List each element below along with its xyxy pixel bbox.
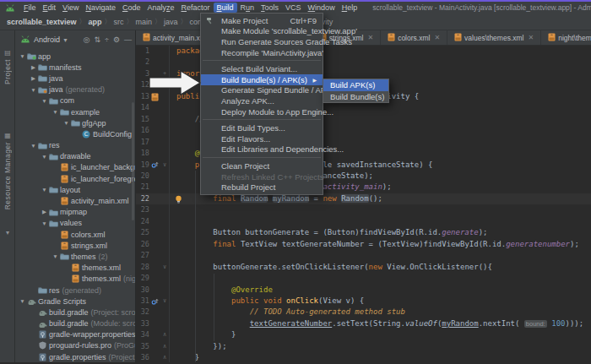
chevron-right-icon[interactable]: ▶ bbox=[41, 209, 48, 215]
settings-icon[interactable]: ⚙ bbox=[113, 35, 120, 44]
fold-marker-icon[interactable]: ∨ bbox=[160, 296, 169, 307]
code-line[interactable]: 36∧ } bbox=[136, 352, 591, 362]
tool-window-button-project[interactable]: ▤Project bbox=[0, 49, 15, 84]
overriding-method-icon[interactable] bbox=[149, 297, 160, 306]
menu-item-make-module-scrollable-textview-app[interactable]: Make Module 'scrollable_textview.app' bbox=[201, 26, 323, 37]
tree-item-activity-main-xml[interactable]: activity_main.xml bbox=[15, 195, 135, 206]
menu-item-generate-signed-bundle-apk[interactable]: Generate Signed Bundle / APK... bbox=[201, 85, 323, 96]
chevron-right-icon[interactable]: ▶ bbox=[30, 64, 37, 71]
menu-item-edit-build-types[interactable]: Edit Build Types... bbox=[201, 122, 323, 133]
tab-colors-xml[interactable]: colors.xml✕ bbox=[381, 30, 447, 45]
submenu-item-build-apk-s[interactable]: Build APK(s) bbox=[323, 79, 388, 91]
menu-item-edit-flavors[interactable]: Edit Flavors... bbox=[201, 133, 323, 144]
menubar-item-help[interactable]: Help bbox=[339, 3, 361, 13]
tree-item-build-gradle-module-scrollable-textview-app[interactable]: build.gradle(Module: scrollable_textview… bbox=[15, 318, 135, 329]
menu-item-run-generate-sources-gradle-tasks[interactable]: Run Generate Sources Gradle Tasks bbox=[201, 36, 323, 47]
fold-marker-icon[interactable]: ∧ bbox=[160, 329, 169, 340]
tree-item-strings-xml[interactable]: strings.xml bbox=[15, 240, 135, 251]
tree-item-themes-xml[interactable]: themes.xml bbox=[15, 263, 135, 274]
tree-item-colors-xml[interactable]: colors.xml bbox=[15, 229, 135, 240]
tree-item-build-gradle-project-scrollable-textview[interactable]: build.gradle(Project: scrollable_textvie… bbox=[15, 307, 135, 318]
menu-item-deploy-module-to-app-engine[interactable]: Deploy Module to App Engine... bbox=[201, 106, 323, 117]
tree-item-layout[interactable]: ▼layout bbox=[15, 184, 135, 195]
close-tab-icon[interactable]: ✕ bbox=[434, 34, 440, 41]
menu-item-edit-libraries-and-dependencies[interactable]: Edit Libraries and Dependencies... bbox=[201, 144, 323, 155]
code-line[interactable]: 33 textGenerateNumber.setText(String.val… bbox=[136, 318, 591, 329]
tree-item-app[interactable]: ▼app bbox=[15, 51, 135, 62]
chevron-down-icon[interactable]: ▼ bbox=[41, 154, 48, 160]
menu-item-recompile-mainactivity-java[interactable]: Recompile 'MainActivity.java' bbox=[201, 47, 323, 58]
code-line[interactable]: 24 bbox=[136, 216, 591, 227]
menubar-item-view[interactable]: View bbox=[59, 3, 82, 13]
tree-item-drawable[interactable]: ▼drawable bbox=[15, 151, 135, 162]
code-line[interactable]: 29 bbox=[136, 273, 591, 284]
fold-marker-icon[interactable]: ∧ bbox=[160, 341, 169, 352]
breadcrumb-item-java[interactable]: java bbox=[164, 18, 178, 26]
menubar-item-vcs[interactable]: VCS bbox=[282, 3, 305, 13]
menu-item-rebuild-project[interactable]: Rebuild Project bbox=[201, 182, 323, 193]
expand-all-icon[interactable]: ⇅ bbox=[94, 35, 100, 44]
code-line[interactable]: 22 final Random myRandom = new Random(); bbox=[136, 193, 591, 204]
menubar-item-refactor[interactable]: Refactor bbox=[178, 3, 214, 13]
tree-item-gradle-scripts[interactable]: ▼Gradle Scripts bbox=[15, 296, 135, 307]
tree-item-themes-xml-night[interactable]: themes.xml(night) bbox=[15, 274, 135, 285]
menubar-item-analyze[interactable]: Analyze bbox=[144, 3, 177, 13]
menubar-item-file[interactable]: File bbox=[20, 3, 40, 13]
tab-values-themes-xml[interactable]: values\themes.xml✕ bbox=[447, 30, 541, 45]
chevron-down-icon[interactable]: ▼ bbox=[19, 53, 26, 59]
code-line[interactable]: 32 // TODO Auto-generated method stub bbox=[136, 307, 591, 318]
breadcrumb-item-src[interactable]: src bbox=[114, 18, 124, 26]
submenu-item-build-bundle-s[interactable]: Build Bundle(s) bbox=[323, 91, 388, 103]
menu-item-make-project[interactable]: Make ProjectCtrl+F9 bbox=[201, 15, 323, 26]
tree-item-com[interactable]: ▼com bbox=[15, 95, 135, 106]
fold-marker-icon[interactable]: ∨ bbox=[160, 160, 169, 171]
chevron-down-icon[interactable]: ▼ bbox=[19, 298, 26, 304]
tree-item-themes-2[interactable]: ▼themes(2) bbox=[15, 251, 135, 262]
breadcrumb-item-scrollable-textview[interactable]: scrollable_textview bbox=[7, 18, 77, 26]
tab-night-themes-xml[interactable]: night\themes.xml✕ bbox=[541, 30, 591, 45]
chevron-down-icon[interactable]: ▼ bbox=[30, 143, 37, 149]
menubar-item-code[interactable]: Code bbox=[119, 3, 144, 13]
chevron-down-icon[interactable]: ▼ bbox=[52, 253, 59, 259]
menu-item-select-build-variant[interactable]: Select Build Variant... bbox=[201, 63, 323, 74]
code-line[interactable]: 23 bbox=[136, 204, 591, 215]
menubar-item-edit[interactable]: Edit bbox=[40, 3, 60, 13]
chevron-down-icon[interactable]: ▼ bbox=[52, 109, 59, 115]
code-line[interactable]: 35∧ }); bbox=[136, 341, 591, 352]
tree-item-java-generated[interactable]: ▼java(generated) bbox=[15, 84, 135, 95]
chevron-down-icon[interactable]: ▼ bbox=[62, 120, 70, 126]
tree-item-proguard-rules-pro-proguard-rules-for-scrollable-textview[interactable]: proguard-rules.pro(ProGuard Rules for "s… bbox=[15, 340, 135, 351]
breadcrumb-item-app[interactable]: app bbox=[89, 18, 102, 26]
overriding-method-icon[interactable] bbox=[149, 160, 160, 169]
fold-marker-icon[interactable]: ∨ bbox=[160, 262, 169, 273]
menu-item-clean-project[interactable]: Clean Project bbox=[201, 160, 323, 171]
menubar-item-navigate[interactable]: Navigate bbox=[82, 3, 119, 13]
code-line[interactable]: 26 final TextView textGenerateNumber = (… bbox=[136, 239, 591, 250]
tree-item-ic-launcher-background-xml[interactable]: ic_launcher_background.xml bbox=[15, 162, 135, 173]
chevron-down-icon[interactable]: ▼ bbox=[62, 37, 68, 43]
code-line[interactable]: 30 @Override bbox=[136, 285, 591, 296]
close-tab-icon[interactable]: ✕ bbox=[367, 34, 373, 41]
close-tab-icon[interactable]: ✕ bbox=[528, 34, 534, 41]
tree-item-mipmap[interactable]: ▶mipmap bbox=[15, 207, 135, 218]
menubar-item-build[interactable]: Build bbox=[214, 3, 237, 13]
menubar-item-tools[interactable]: Tools bbox=[258, 3, 282, 13]
tool-window-button-resource-manager[interactable]: ▦Resource Manager bbox=[0, 132, 15, 209]
breadcrumb-item-main[interactable]: main bbox=[136, 18, 153, 26]
menu-item-analyze-apk[interactable]: Analyze APK... bbox=[201, 95, 323, 106]
code-line[interactable]: 34∧ } bbox=[136, 329, 591, 340]
tree-item-manifests[interactable]: ▶manifests bbox=[15, 62, 135, 73]
code-line[interactable]: 28∨ buttonGenerate.setOnClickListener(ne… bbox=[136, 262, 591, 273]
tree-item-res[interactable]: ▼res bbox=[15, 140, 135, 151]
intention-lightbulb-icon[interactable] bbox=[175, 195, 182, 204]
favorites-icon[interactable]: ▾ bbox=[0, 229, 15, 236]
select-opened-file-icon[interactable]: ◎ bbox=[84, 35, 90, 44]
tree-item-example[interactable]: ▼example bbox=[15, 106, 135, 117]
project-view-selector[interactable]: Android bbox=[34, 35, 60, 44]
collapse-all-icon[interactable]: ÷ bbox=[105, 35, 109, 44]
tree-item-values[interactable]: ▼values bbox=[15, 218, 135, 229]
tree-item-gfgapp[interactable]: ▼gfgApp bbox=[15, 117, 135, 128]
chevron-down-icon[interactable]: ▼ bbox=[41, 220, 48, 226]
chevron-down-icon[interactable]: ▼ bbox=[30, 87, 37, 93]
menubar-item-window[interactable]: Window bbox=[305, 3, 339, 13]
